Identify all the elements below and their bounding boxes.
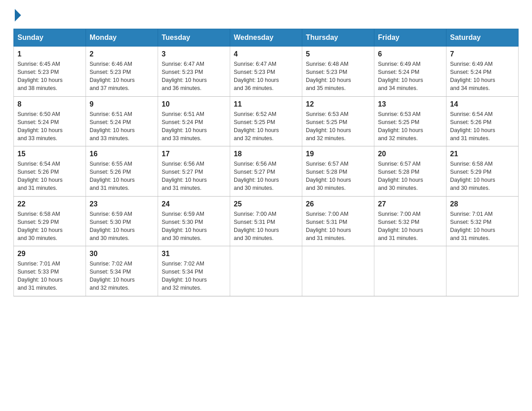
day-info: Sunrise: 6:48 AMSunset: 5:23 PMDaylight:…	[306, 60, 370, 93]
calendar-cell: 9Sunrise: 6:51 AMSunset: 5:24 PMDaylight…	[86, 96, 158, 146]
calendar-header-row: SundayMondayTuesdayWednesdayThursdayFrid…	[14, 29, 519, 47]
day-info: Sunrise: 6:58 AMSunset: 5:29 PMDaylight:…	[450, 160, 515, 193]
calendar-cell: 8Sunrise: 6:50 AMSunset: 5:24 PMDaylight…	[14, 96, 86, 146]
calendar-cell: 1Sunrise: 6:45 AMSunset: 5:23 PMDaylight…	[14, 47, 86, 97]
calendar-cell: 11Sunrise: 6:52 AMSunset: 5:25 PMDayligh…	[230, 96, 302, 146]
calendar-cell: 5Sunrise: 6:48 AMSunset: 5:23 PMDaylight…	[302, 47, 374, 97]
day-number: 25	[234, 200, 298, 208]
calendar-cell: 10Sunrise: 6:51 AMSunset: 5:24 PMDayligh…	[158, 96, 230, 146]
day-number: 27	[378, 200, 442, 208]
day-number: 3	[162, 50, 226, 58]
day-number: 30	[90, 250, 154, 258]
day-info: Sunrise: 6:51 AMSunset: 5:24 PMDaylight:…	[162, 110, 226, 143]
calendar-week-row: 29Sunrise: 7:01 AMSunset: 5:33 PMDayligh…	[14, 246, 519, 296]
calendar-cell: 6Sunrise: 6:49 AMSunset: 5:24 PMDaylight…	[374, 47, 446, 97]
day-info: Sunrise: 7:01 AMSunset: 5:32 PMDaylight:…	[450, 210, 515, 243]
calendar-header-tuesday: Tuesday	[158, 29, 230, 47]
calendar-cell: 31Sunrise: 7:02 AMSunset: 5:34 PMDayligh…	[158, 246, 230, 296]
calendar-cell	[374, 246, 446, 296]
day-info: Sunrise: 6:59 AMSunset: 5:30 PMDaylight:…	[90, 210, 154, 243]
day-number: 22	[17, 200, 82, 208]
day-number: 31	[162, 250, 226, 258]
day-info: Sunrise: 6:54 AMSunset: 5:26 PMDaylight:…	[17, 160, 82, 193]
calendar-cell: 20Sunrise: 6:57 AMSunset: 5:28 PMDayligh…	[374, 146, 446, 197]
day-info: Sunrise: 6:53 AMSunset: 5:25 PMDaylight:…	[306, 110, 370, 143]
day-info: Sunrise: 6:58 AMSunset: 5:29 PMDaylight:…	[17, 210, 82, 243]
day-info: Sunrise: 6:47 AMSunset: 5:23 PMDaylight:…	[234, 60, 298, 93]
calendar-cell	[302, 246, 374, 296]
calendar-cell: 24Sunrise: 6:59 AMSunset: 5:30 PMDayligh…	[158, 196, 230, 246]
day-number: 5	[306, 50, 370, 58]
day-number: 15	[17, 150, 82, 158]
calendar-cell: 18Sunrise: 6:56 AMSunset: 5:27 PMDayligh…	[230, 146, 302, 197]
calendar-cell: 21Sunrise: 6:58 AMSunset: 5:29 PMDayligh…	[446, 146, 519, 197]
calendar-cell: 16Sunrise: 6:55 AMSunset: 5:26 PMDayligh…	[86, 146, 158, 197]
calendar-cell: 17Sunrise: 6:56 AMSunset: 5:27 PMDayligh…	[158, 146, 230, 197]
day-info: Sunrise: 6:46 AMSunset: 5:23 PMDaylight:…	[90, 60, 154, 93]
day-info: Sunrise: 6:45 AMSunset: 5:23 PMDaylight:…	[17, 60, 82, 93]
day-number: 23	[90, 200, 154, 208]
day-info: Sunrise: 6:57 AMSunset: 5:28 PMDaylight:…	[378, 160, 442, 193]
calendar-cell: 23Sunrise: 6:59 AMSunset: 5:30 PMDayligh…	[86, 196, 158, 246]
day-info: Sunrise: 7:01 AMSunset: 5:33 PMDaylight:…	[17, 260, 82, 292]
day-info: Sunrise: 6:49 AMSunset: 5:24 PMDaylight:…	[378, 60, 442, 93]
day-info: Sunrise: 7:00 AMSunset: 5:31 PMDaylight:…	[306, 210, 370, 243]
day-info: Sunrise: 6:56 AMSunset: 5:27 PMDaylight:…	[162, 160, 226, 193]
calendar-header-saturday: Saturday	[446, 29, 519, 47]
day-number: 16	[90, 150, 154, 158]
day-number: 7	[450, 50, 515, 58]
day-number: 9	[90, 100, 154, 108]
calendar-header-friday: Friday	[374, 29, 446, 47]
calendar-cell: 3Sunrise: 6:47 AMSunset: 5:23 PMDaylight…	[158, 47, 230, 97]
calendar-week-row: 1Sunrise: 6:45 AMSunset: 5:23 PMDaylight…	[14, 47, 519, 97]
day-number: 21	[450, 150, 515, 158]
day-info: Sunrise: 7:02 AMSunset: 5:34 PMDaylight:…	[90, 260, 154, 292]
day-number: 19	[306, 150, 370, 158]
day-number: 2	[90, 50, 154, 58]
calendar-cell: 26Sunrise: 7:00 AMSunset: 5:31 PMDayligh…	[302, 196, 374, 246]
day-number: 18	[234, 150, 298, 158]
page-header	[13, 9, 519, 20]
calendar-week-row: 22Sunrise: 6:58 AMSunset: 5:29 PMDayligh…	[14, 196, 519, 246]
calendar-header-wednesday: Wednesday	[230, 29, 302, 47]
calendar-cell: 12Sunrise: 6:53 AMSunset: 5:25 PMDayligh…	[302, 96, 374, 146]
calendar-cell	[230, 246, 302, 296]
day-number: 6	[378, 50, 442, 58]
day-number: 10	[162, 100, 226, 108]
day-number: 26	[306, 200, 370, 208]
day-info: Sunrise: 7:00 AMSunset: 5:31 PMDaylight:…	[234, 210, 298, 243]
calendar-cell: 4Sunrise: 6:47 AMSunset: 5:23 PMDaylight…	[230, 47, 302, 97]
day-info: Sunrise: 6:47 AMSunset: 5:23 PMDaylight:…	[162, 60, 226, 93]
calendar-header-thursday: Thursday	[302, 29, 374, 47]
calendar-cell: 25Sunrise: 7:00 AMSunset: 5:31 PMDayligh…	[230, 196, 302, 246]
day-number: 20	[378, 150, 442, 158]
day-info: Sunrise: 6:55 AMSunset: 5:26 PMDaylight:…	[90, 160, 154, 193]
day-number: 17	[162, 150, 226, 158]
day-number: 4	[234, 50, 298, 58]
day-info: Sunrise: 6:54 AMSunset: 5:26 PMDaylight:…	[450, 110, 515, 143]
calendar-cell: 27Sunrise: 7:00 AMSunset: 5:32 PMDayligh…	[374, 196, 446, 246]
day-info: Sunrise: 7:00 AMSunset: 5:32 PMDaylight:…	[378, 210, 442, 243]
day-info: Sunrise: 6:57 AMSunset: 5:28 PMDaylight:…	[306, 160, 370, 193]
day-info: Sunrise: 6:50 AMSunset: 5:24 PMDaylight:…	[17, 110, 82, 143]
day-number: 14	[450, 100, 515, 108]
calendar-cell: 19Sunrise: 6:57 AMSunset: 5:28 PMDayligh…	[302, 146, 374, 197]
calendar-cell: 29Sunrise: 7:01 AMSunset: 5:33 PMDayligh…	[14, 246, 86, 296]
day-info: Sunrise: 6:59 AMSunset: 5:30 PMDaylight:…	[162, 210, 226, 243]
calendar-cell: 2Sunrise: 6:46 AMSunset: 5:23 PMDaylight…	[86, 47, 158, 97]
day-number: 29	[17, 250, 82, 258]
day-number: 1	[17, 50, 82, 58]
calendar-header-monday: Monday	[86, 29, 158, 47]
day-number: 11	[234, 100, 298, 108]
logo-triangle-icon	[15, 9, 21, 21]
day-info: Sunrise: 6:56 AMSunset: 5:27 PMDaylight:…	[234, 160, 298, 193]
calendar-week-row: 8Sunrise: 6:50 AMSunset: 5:24 PMDaylight…	[14, 96, 519, 146]
day-info: Sunrise: 6:52 AMSunset: 5:25 PMDaylight:…	[234, 110, 298, 143]
day-number: 24	[162, 200, 226, 208]
calendar-cell	[446, 246, 519, 296]
day-info: Sunrise: 7:02 AMSunset: 5:34 PMDaylight:…	[162, 260, 226, 292]
calendar-cell: 22Sunrise: 6:58 AMSunset: 5:29 PMDayligh…	[14, 196, 86, 246]
day-number: 28	[450, 200, 515, 208]
calendar-cell: 30Sunrise: 7:02 AMSunset: 5:34 PMDayligh…	[86, 246, 158, 296]
day-info: Sunrise: 6:51 AMSunset: 5:24 PMDaylight:…	[90, 110, 154, 143]
